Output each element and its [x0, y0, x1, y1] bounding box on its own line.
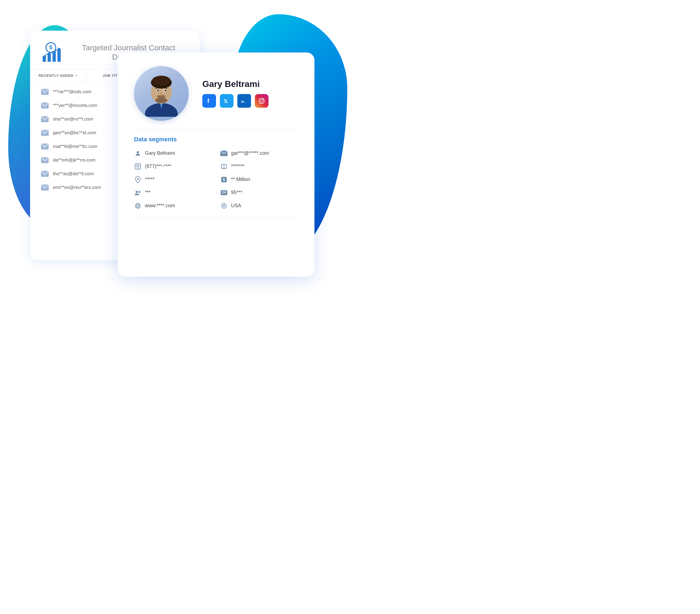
svg-point-32	[260, 100, 263, 102]
email-address-3: sha**on@ro**t.com	[53, 116, 93, 122]
data-value-country: USA	[231, 203, 241, 209]
twitter-icon[interactable]: 𝕏	[220, 94, 234, 108]
logo-icon: $	[41, 41, 63, 63]
email-address-2: ***yer**@incorta.com	[53, 103, 97, 108]
dollar-icon: $	[220, 176, 228, 184]
flag-icon	[220, 202, 228, 210]
email-icon	[41, 89, 49, 95]
email-address-1: ***ne***@ods.com	[53, 89, 91, 95]
outer-container: $ Targeted Journalist Contact Database R…	[25, 14, 325, 293]
email-icon	[41, 157, 49, 163]
svg-point-41	[137, 178, 139, 179]
data-value-badge: *******	[231, 163, 245, 169]
svg-point-40	[223, 165, 225, 166]
filter-recently-added[interactable]: RECENTLY ADDED ▼	[30, 69, 87, 82]
email-icon	[41, 171, 49, 177]
data-value-phone: (877)***-****	[145, 163, 172, 169]
svg-point-33	[263, 99, 264, 100]
email-icon	[41, 116, 49, 122]
linkedin-icon[interactable]: in	[237, 94, 251, 108]
phone-icon	[134, 163, 142, 170]
data-item-zip: ZIP 95***	[220, 189, 298, 197]
svg-point-22	[155, 98, 167, 103]
svg-point-42	[136, 191, 138, 193]
zip-badge: ZIP	[221, 190, 227, 195]
data-grid: Gary Beltrami gar***@*****.com (877)***-…	[134, 150, 298, 210]
chevron-down-icon-1: ▼	[75, 74, 78, 77]
people-icon	[134, 189, 142, 197]
svg-point-34	[137, 151, 139, 153]
avatar-svg	[139, 70, 183, 117]
svg-text:in: in	[241, 100, 245, 104]
avatar	[134, 66, 189, 121]
card-front: Gary Beltrami f 𝕏 in	[117, 52, 314, 277]
data-value-website: www.****.com	[145, 203, 175, 209]
svg-rect-4	[52, 51, 56, 62]
zip-icon: ZIP	[220, 189, 228, 197]
data-value-name: Gary Beltrami	[145, 150, 175, 156]
dollar-badge: $	[221, 177, 227, 182]
data-item-badge: *******	[220, 163, 298, 170]
svg-point-26	[157, 89, 159, 91]
svg-rect-2	[43, 56, 46, 62]
data-value-email: gar***@*****.com	[231, 150, 269, 156]
filter-recently-added-label: RECENTLY ADDED	[39, 74, 73, 78]
email-icon	[41, 143, 49, 150]
email-icon	[41, 130, 49, 136]
svg-rect-37	[136, 165, 140, 167]
social-icons: f 𝕏 in	[202, 94, 298, 108]
divider-1	[134, 129, 298, 129]
email-icon	[41, 185, 49, 190]
data-item-location: *****	[134, 176, 212, 184]
svg-rect-3	[48, 53, 51, 62]
divider-2	[134, 218, 298, 218]
data-item-website: www.****.com	[134, 202, 212, 210]
email-address-4: geo**sn@bc**el.com	[53, 130, 96, 136]
data-value-employees: ***	[145, 190, 151, 196]
data-item-email: gar***@*****.com	[220, 150, 298, 157]
svg-text:𝕏: 𝕏	[224, 99, 228, 104]
email-icon	[41, 102, 49, 109]
svg-point-43	[138, 191, 140, 193]
email-address-5: mat**kl@me**kc.com	[53, 144, 97, 149]
svg-point-27	[165, 89, 166, 91]
data-item-phone: (877)***-****	[134, 163, 212, 170]
profile-section: Gary Beltrami f 𝕏 in	[134, 66, 298, 121]
data-item-name: Gary Beltrami	[134, 150, 212, 157]
data-segments-title: Data segments	[134, 136, 298, 143]
data-item-country: USA	[220, 202, 298, 210]
data-value-zip: 95***	[231, 190, 242, 196]
badge-icon	[220, 163, 228, 170]
email-address-6: da**mh@jk**rm.com	[53, 158, 96, 163]
mail-icon	[220, 150, 228, 157]
location-icon	[134, 176, 142, 184]
data-item-revenue: $ ** Million	[220, 176, 298, 184]
facebook-icon[interactable]: f	[202, 94, 216, 108]
data-value-revenue: ** Million	[231, 177, 250, 182]
globe-icon	[134, 202, 142, 210]
svg-rect-5	[58, 49, 61, 62]
instagram-icon[interactable]	[255, 94, 268, 108]
person-icon	[134, 150, 142, 157]
svg-rect-38	[137, 168, 139, 168]
email-address-7: tho**as@da**il.com	[53, 171, 94, 177]
profile-info: Gary Beltrami f 𝕏 in	[202, 79, 298, 108]
svg-text:f: f	[207, 98, 210, 104]
svg-text:$: $	[49, 44, 52, 50]
data-item-employees: ***	[134, 189, 212, 197]
profile-name: Gary Beltrami	[202, 79, 298, 89]
email-address-8: emi**on@reu**ers.com	[53, 185, 101, 190]
svg-point-21	[152, 76, 171, 86]
data-value-location: *****	[145, 177, 154, 182]
svg-point-6	[58, 48, 60, 51]
